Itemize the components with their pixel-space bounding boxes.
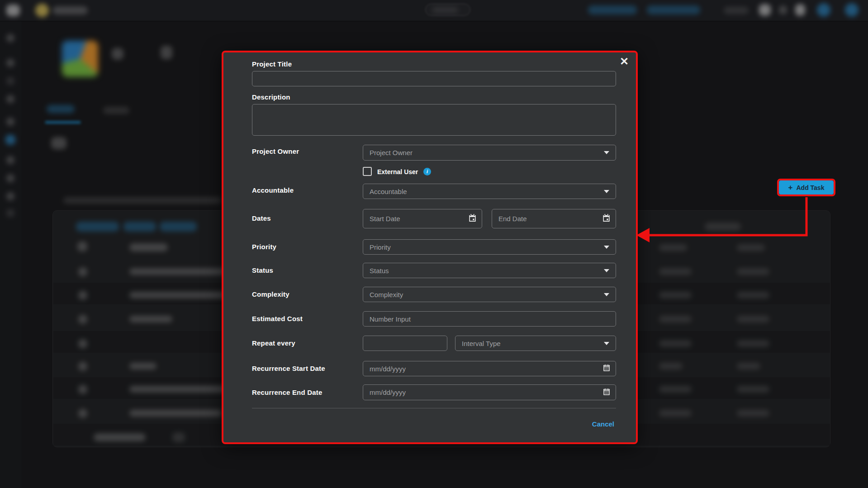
recurrence-start-date-label: Recurrence Start Date — [252, 365, 325, 372]
priority-placeholder: Priority — [370, 243, 391, 251]
project-title-input[interactable] — [252, 71, 616, 86]
description-textarea[interactable] — [252, 104, 616, 136]
accountable-placeholder: Accountable — [370, 188, 407, 195]
interval-type-select[interactable]: Interval Type — [455, 336, 616, 351]
chevron-down-icon — [604, 246, 609, 249]
info-icon[interactable]: i — [423, 168, 431, 175]
add-task-button[interactable]: + Add Task — [779, 180, 834, 194]
project-title-label: Project Title — [252, 60, 292, 68]
add-task-modal: ✕ Project Title Description Project Owne… — [222, 51, 638, 444]
complexity-label: Complexity — [252, 290, 289, 298]
footer-divider — [252, 408, 616, 408]
dates-label: Dates — [252, 214, 271, 222]
description-label: Description — [252, 93, 290, 101]
priority-select[interactable]: Priority — [363, 239, 616, 255]
close-icon[interactable]: ✕ — [620, 55, 629, 68]
start-date-input[interactable] — [363, 209, 482, 228]
estimated-cost-input[interactable] — [363, 311, 616, 327]
status-label: Status — [252, 266, 273, 274]
recurrence-end-date-label: Recurrence End Date — [252, 389, 323, 396]
project-owner-placeholder: Project Owner — [370, 149, 413, 156]
add-task-label: Add Task — [796, 184, 824, 191]
chevron-down-icon — [604, 293, 609, 296]
chevron-down-icon — [604, 342, 609, 345]
cancel-button[interactable]: Cancel — [592, 420, 614, 428]
recurrence-end-date-field — [363, 384, 616, 400]
repeat-every-input[interactable] — [363, 336, 447, 351]
end-date-field — [492, 209, 616, 228]
project-owner-select[interactable]: Project Owner — [363, 145, 616, 161]
interval-type-placeholder: Interval Type — [462, 340, 501, 347]
external-user-checkbox[interactable] — [363, 167, 372, 176]
priority-label: Priority — [252, 243, 276, 251]
complexity-placeholder: Complexity — [370, 291, 403, 298]
recurrence-start-date-input[interactable] — [363, 361, 616, 376]
estimated-cost-label: Estimated Cost — [252, 315, 303, 322]
plus-icon: + — [788, 183, 793, 192]
repeat-every-label: Repeat every — [252, 339, 295, 347]
accountable-label: Accountable — [252, 186, 294, 194]
status-select[interactable]: Status — [363, 263, 616, 278]
recurrence-end-date-input[interactable] — [363, 384, 616, 400]
end-date-input[interactable] — [492, 209, 616, 228]
recurrence-start-date-field — [363, 361, 616, 376]
complexity-select[interactable]: Complexity — [363, 287, 616, 302]
project-owner-label: Project Owner — [252, 147, 299, 155]
external-user-label: External User — [377, 168, 418, 175]
chevron-down-icon — [604, 151, 609, 154]
start-date-field — [363, 209, 482, 228]
chevron-down-icon — [604, 190, 609, 193]
chevron-down-icon — [604, 269, 609, 272]
status-placeholder: Status — [370, 267, 389, 275]
accountable-select[interactable]: Accountable — [363, 184, 616, 199]
